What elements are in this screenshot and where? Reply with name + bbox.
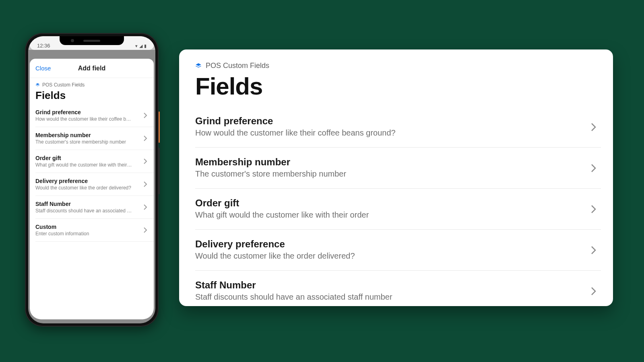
battery-icon: ▮ [144,43,147,49]
chevron-right-icon [143,135,147,142]
field-list: Grind preference How would the customer … [30,104,154,242]
item-title: Grind preference [195,115,601,127]
fields-card: POS Custom Fields Fields Grind preferenc… [179,49,613,306]
status-time: 12:36 [37,43,50,49]
chevron-right-icon [591,123,596,132]
modal-header: Close Add field [30,59,154,78]
wifi-icon: ▾ [135,43,138,49]
item-title: Grind preference [35,109,148,115]
item-desc: Staff discounts should have an associate… [35,208,132,214]
list-item[interactable]: Custom Enter custom information [35,219,154,242]
item-desc: How would the customer like their coffee… [195,128,601,138]
app-tag: POS Custom Fields [35,82,148,88]
item-title: Staff Number [35,201,148,207]
phone-mockup: 12:36 ▾ ◢ ▮ Close Add field POS Custom F… [25,33,159,327]
chevron-right-icon [591,205,596,214]
list-item[interactable]: Order gift What gift would the customer … [35,150,154,173]
add-field-modal: Close Add field POS Custom Fields Fields… [30,59,154,319]
phone-screen: 12:36 ▾ ◢ ▮ Close Add field POS Custom F… [28,36,155,323]
item-desc: The customer's store membership number [35,139,132,145]
list-item[interactable]: Grind preference How would the customer … [195,107,601,148]
item-title: Order gift [35,155,148,161]
item-title: Membership number [35,132,148,138]
item-desc: Staff discounts should have an associate… [195,292,601,302]
app-header: POS Custom Fields Fields [30,78,154,104]
chevron-right-icon [143,112,147,119]
list-item[interactable]: Delivery preference Would the customer l… [195,230,601,271]
item-title: Custom [35,224,148,230]
app-tag: POS Custom Fields [195,62,601,70]
chevron-right-icon [591,164,596,173]
item-desc: Enter custom information [35,231,132,237]
app-tag-label: POS Custom Fields [206,62,269,70]
list-item[interactable]: Grind preference How would the customer … [35,104,154,127]
chevron-right-icon [143,158,147,165]
app-tag-label: POS Custom Fields [42,82,85,88]
list-item[interactable]: Staff Number Staff discounts should have… [195,271,601,306]
status-icons: ▾ ◢ ▮ [135,43,147,49]
list-item[interactable]: Membership number The customer's store m… [195,148,601,189]
list-item[interactable]: Delivery preference Would the customer l… [35,173,154,196]
item-desc: What gift would the customer like with t… [195,210,601,220]
page-title: Fields [195,72,601,100]
chevron-right-icon [591,287,596,296]
item-title: Delivery preference [195,239,601,250]
chevron-right-icon [143,181,147,187]
phone-inner: 12:36 ▾ ◢ ▮ Close Add field POS Custom F… [28,36,155,323]
power-button [159,111,160,143]
item-desc: The customer's store membership number [195,169,601,179]
list-item[interactable]: Staff Number Staff discounts should have… [35,196,154,219]
field-list: Grind preference How would the customer … [195,107,601,306]
item-title: Membership number [195,156,601,168]
close-button[interactable]: Close [35,65,51,72]
item-title: Order gift [195,197,601,209]
app-icon [195,63,202,69]
modal-title: Add field [78,65,105,72]
page-title: Fields [35,89,148,102]
item-title: Delivery preference [35,178,148,184]
nav-pill [68,317,116,319]
item-desc: Would the customer like the order delive… [35,185,132,191]
item-title: Staff Number [195,280,601,291]
signal-icon: ◢ [139,43,142,49]
volume-button [159,148,160,194]
item-desc: How would the customer like their coffee… [35,116,132,122]
item-desc: Would the customer like the order delive… [195,251,601,261]
chevron-right-icon [143,227,147,233]
app-icon [35,83,40,87]
phone-notch [60,36,124,45]
list-item[interactable]: Order gift What gift would the customer … [195,189,601,230]
chevron-right-icon [591,246,596,255]
chevron-right-icon [143,204,147,210]
item-desc: What gift would the customer like with t… [35,162,132,168]
list-item[interactable]: Membership number The customer's store m… [35,127,154,150]
